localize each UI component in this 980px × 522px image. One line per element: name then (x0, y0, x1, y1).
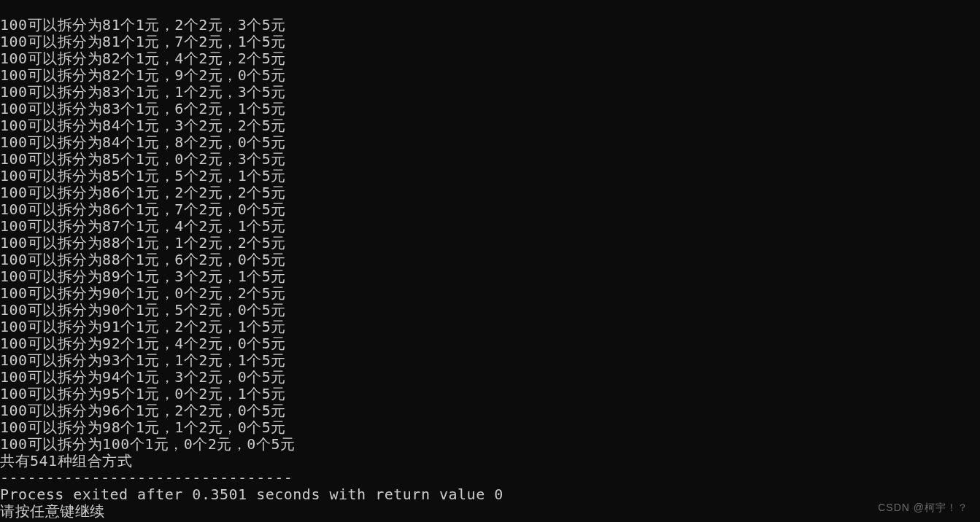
watermark: CSDN @柯宇！？ (878, 499, 968, 516)
output-line: 100可以拆分为91个1元，2个2元，1个5元 (0, 318, 286, 335)
output-line: 100可以拆分为82个1元，9个2元，0个5元 (0, 66, 286, 84)
output-line: 100可以拆分为82个1元，4个2元，2个5元 (0, 50, 286, 67)
output-line: 100可以拆分为96个1元，2个2元，0个5元 (0, 402, 286, 419)
output-line: 100可以拆分为81个1元，2个2元，3个5元 (0, 16, 286, 34)
output-line: 100可以拆分为90个1元，0个2元，2个5元 (0, 284, 286, 302)
output-line: 100可以拆分为88个1元，1个2元，2个5元 (0, 234, 286, 252)
output-line: 100可以拆分为86个1元，2个2元，2个5元 (0, 184, 286, 201)
output-line: 100可以拆分为93个1元，1个2元，1个5元 (0, 351, 286, 369)
output-line: 100可以拆分为84个1元，8个2元，0个5元 (0, 133, 286, 151)
output-line: 100可以拆分为84个1元，3个2元，2个5元 (0, 117, 286, 134)
output-line: 100可以拆分为87个1元，4个2元，1个5元 (0, 217, 286, 235)
output-line: 100可以拆分为83个1元，1个2元，3个5元 (0, 83, 286, 101)
output-line: 100可以拆分为94个1元，3个2元，0个5元 (0, 368, 286, 386)
separator-line: -------------------------------- (0, 469, 293, 486)
output-line: 100可以拆分为89个1元，3个2元，1个5元 (0, 268, 286, 285)
summary-line: 共有541种组合方式 (0, 452, 132, 470)
output-line: 100可以拆分为100个1元，0个2元，0个5元 (0, 435, 295, 453)
output-line: 100可以拆分为90个1元，5个2元，0个5元 (0, 301, 286, 319)
terminal-output: 100可以拆分为81个1元，2个2元，3个5元 100可以拆分为81个1元，7个… (0, 0, 980, 520)
output-line: 100可以拆分为92个1元，4个2元，0个5元 (0, 335, 286, 352)
output-line: 100可以拆分为83个1元，6个2元，1个5元 (0, 100, 286, 117)
exit-message: Process exited after 0.3501 seconds with… (0, 486, 503, 503)
output-line: 100可以拆分为86个1元，7个2元，0个5元 (0, 200, 286, 218)
output-line: 100可以拆分为95个1元，0个2元，1个5元 (0, 385, 286, 402)
output-line: 100可以拆分为98个1元，1个2元，0个5元 (0, 418, 286, 436)
output-line: 100可以拆分为88个1元，6个2元，0个5元 (0, 251, 286, 268)
output-line: 100可以拆分为81个1元，7个2元，1个5元 (0, 33, 286, 50)
continue-prompt[interactable]: 请按任意键继续 (0, 502, 105, 520)
output-line: 100可以拆分为85个1元，5个2元，1个5元 (0, 167, 286, 184)
output-line: 100可以拆分为85个1元，0个2元，3个5元 (0, 150, 286, 168)
